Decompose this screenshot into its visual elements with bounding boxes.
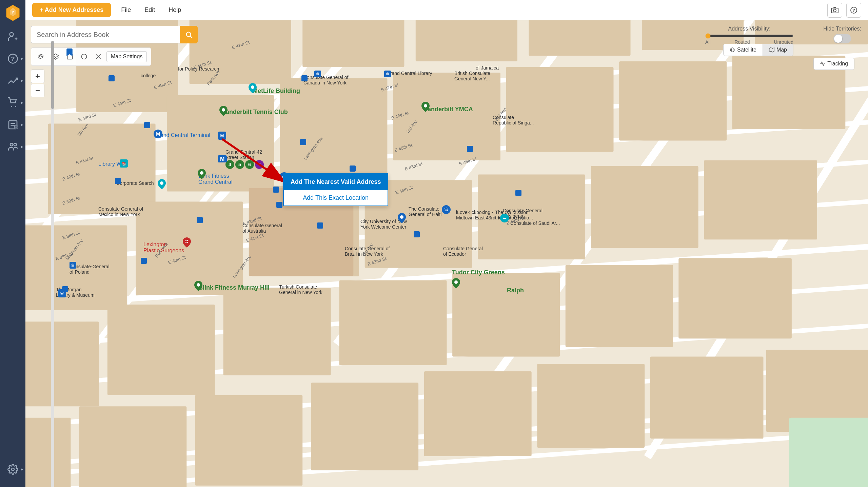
search-bar [31, 26, 198, 43]
blue-marker-1 [108, 75, 115, 81]
svg-rect-48 [48, 123, 156, 214]
scroll-thumb [51, 41, 54, 109]
blue-marker-2 [301, 75, 308, 81]
map-type-buttons: Satellite Map [723, 25, 793, 56]
bookmark-button[interactable] [65, 47, 74, 58]
svg-text:M: M [220, 133, 224, 138]
svg-point-19 [833, 9, 836, 12]
grand-central-pin: M [154, 130, 162, 140]
sidebar-item-settings[interactable] [0, 458, 25, 480]
vanderbilt-ymca-pin [421, 102, 430, 113]
canada-consulate-icon: 🏛 [314, 71, 321, 79]
search-button[interactable] [180, 26, 198, 43]
zoom-in-button[interactable]: + [31, 70, 44, 83]
svg-point-112 [197, 283, 200, 287]
satellite-label: Satellite [737, 47, 756, 53]
svg-rect-67 [566, 265, 673, 347]
svg-text:Y: Y [11, 9, 14, 15]
blink-mh-pin [194, 281, 202, 292]
svg-text:📚: 📚 [121, 161, 126, 166]
svg-rect-51 [393, 73, 500, 160]
metro-m-badge: M [218, 156, 227, 162]
svg-rect-61 [704, 160, 817, 239]
sidebar-item-team[interactable] [0, 136, 25, 158]
map-container[interactable]: Address Visibility: All Routed Unrouted … [25, 20, 868, 487]
blink-gc-pin [198, 169, 206, 180]
svg-rect-55 [25, 226, 127, 310]
tudor-city-pin [452, 278, 460, 290]
add-nearest-valid-address-button[interactable]: Add The Nearest Valid Address [284, 174, 388, 190]
svg-rect-77 [789, 418, 868, 487]
svg-rect-66 [452, 273, 560, 357]
app-logo[interactable]: Y [0, 0, 25, 25]
svg-text:?: ? [852, 8, 855, 13]
blue-marker-14 [62, 286, 68, 292]
svg-point-90 [424, 104, 427, 108]
sidebar-item-addresses[interactable] [0, 114, 25, 136]
camera-button[interactable] [827, 3, 842, 18]
map-background [25, 20, 868, 487]
sidebar-item-analytics[interactable] [0, 70, 25, 92]
svg-point-7 [11, 105, 12, 107]
svg-text:?: ? [11, 55, 15, 62]
library-walk-icon: 📚 [120, 159, 128, 169]
blue-marker-10 [414, 231, 420, 237]
tracking-label: Tracking [827, 61, 848, 67]
close-tool-button[interactable] [92, 51, 104, 63]
svg-point-114 [400, 215, 403, 219]
context-menu: Add The Nearest Valid Address Add This E… [283, 173, 388, 206]
hide-territories-label: Hide Territories: [823, 26, 861, 32]
svg-rect-53 [619, 61, 727, 140]
svg-text:M: M [156, 131, 160, 137]
svg-line-80 [190, 36, 192, 38]
tracking-button-container: Tracking [813, 58, 854, 70]
svg-rect-50 [280, 78, 388, 175]
svg-rect-63 [107, 305, 215, 395]
map-scrollbar[interactable] [51, 41, 54, 487]
nigeria-consulate-icon: 🏛 [442, 205, 451, 215]
zoom-controls: + − [31, 70, 44, 97]
svg-rect-44 [416, 20, 517, 61]
sidebar-item-add-contact[interactable] [0, 25, 25, 47]
map-view-button[interactable]: Map [763, 44, 793, 56]
menu-file[interactable]: File [118, 5, 134, 15]
topbar-right: ? [827, 3, 861, 18]
add-new-addresses-button[interactable]: + Add New Addresses [32, 3, 111, 17]
svg-point-86 [730, 48, 734, 52]
circle-tool-button[interactable] [78, 51, 90, 63]
metlife-pin [249, 83, 257, 95]
map-settings-button[interactable]: Map Settings [106, 51, 147, 62]
svg-rect-52 [506, 67, 614, 152]
menu-help[interactable]: Help [165, 5, 184, 15]
hide-territories: Hide Territories: [823, 26, 861, 43]
map-tools-toolbar: Map Settings [31, 47, 151, 66]
blue-marker-7 [276, 202, 282, 208]
sidebar-item-help[interactable]: ? [0, 47, 25, 70]
satellite-view-button[interactable]: Satellite [724, 44, 763, 56]
blue-marker-9 [317, 222, 323, 229]
add-exact-location-button[interactable]: Add This Exact Location [284, 190, 388, 206]
hide-territories-toggle[interactable] [833, 34, 851, 43]
hand-tool-button[interactable] [35, 51, 47, 63]
blue-marker-12 [467, 146, 473, 152]
tracking-button[interactable]: Tracking [813, 58, 854, 70]
svg-rect-42 [190, 20, 291, 84]
menu-edit[interactable]: Edit [141, 5, 158, 15]
vanderbilt-tennis-pin [219, 106, 228, 117]
help-button[interactable]: ? [846, 3, 861, 18]
zoom-out-button[interactable]: − [31, 84, 44, 97]
svg-point-94 [200, 171, 203, 175]
blue-marker-4 [300, 139, 306, 145]
svg-point-2 [9, 33, 13, 36]
sidebar-item-orders[interactable] [0, 92, 25, 114]
gct-subway-icon: M [218, 132, 226, 141]
corp-search-pin [158, 179, 166, 191]
blue-marker-11 [350, 165, 356, 172]
lex-surgeons-pin [183, 237, 191, 249]
svg-rect-65 [339, 280, 447, 365]
svg-rect-59 [478, 175, 585, 259]
svg-point-16 [14, 143, 16, 146]
svg-point-15 [10, 143, 13, 146]
svg-text:🏛: 🏛 [386, 72, 389, 76]
svg-rect-62 [25, 322, 99, 406]
